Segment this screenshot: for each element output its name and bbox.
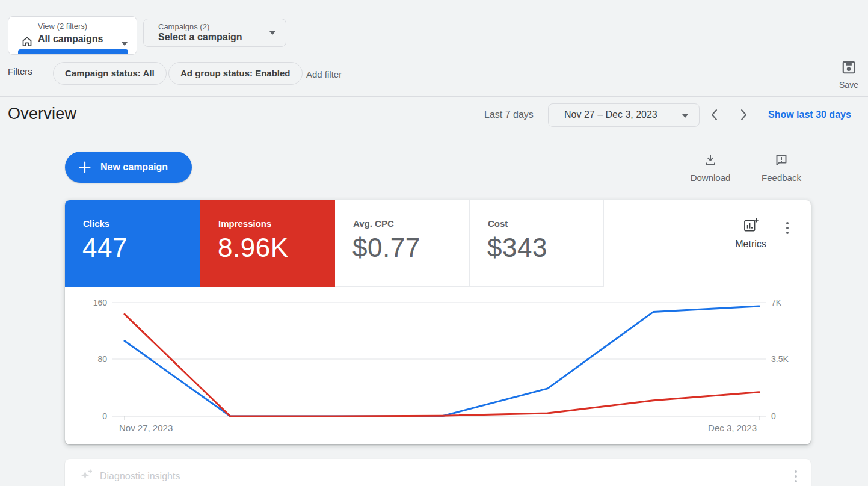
chevron-left-icon [712, 110, 716, 120]
metrics-label: Metrics [729, 239, 772, 250]
plus-icon [78, 161, 91, 174]
scorecard-label: Impressions [218, 218, 271, 229]
scorecard-value: $343 [487, 233, 547, 263]
view-selector[interactable]: View (2 filters) All campaigns [8, 16, 137, 55]
chart-line-impressions [125, 314, 759, 416]
date-range-label: Last 7 days [484, 109, 534, 120]
date-range-picker[interactable]: Nov 27 – Dec 3, 2023 [548, 103, 700, 127]
google-ads-overview-page: { "header": { "view_selector": { "label"… [0, 0, 868, 486]
filter-chip-label: Ad group status: Enabled [180, 68, 291, 78]
feedback-label: Feedback [758, 173, 805, 183]
home-icon [21, 35, 33, 50]
scorecard-value: 8.96K [218, 233, 288, 263]
filter-chip-campaign-status[interactable]: Campaign status: All [53, 62, 167, 85]
new-campaign-label: New campaign [100, 162, 168, 173]
kebab-menu-icon [795, 470, 797, 473]
filters-label: Filters [8, 66, 32, 76]
view-active-indicator [18, 49, 128, 54]
scorecard-label: Avg. CPC [353, 218, 394, 229]
date-range-value: Nov 27 – Dec 3, 2023 [564, 109, 657, 120]
left-axis-tick: 0 [71, 411, 107, 421]
left-axis-tick: 160 [71, 298, 107, 307]
save-label: Save [833, 80, 865, 90]
download-label: Download [687, 173, 734, 183]
download-button[interactable]: Download [687, 153, 734, 183]
insights-card-title: Diagnostic insights [100, 471, 180, 482]
right-axis-tick: 0 [771, 411, 807, 421]
divider [0, 134, 868, 134]
new-campaign-button[interactable]: New campaign [65, 152, 192, 183]
next-period-button[interactable] [738, 108, 749, 122]
scorecard-clicks[interactable]: Clicks 447 [65, 200, 200, 287]
caret-down-icon [122, 42, 128, 46]
scorecard-value: $0.77 [352, 233, 420, 263]
sparkle-icon [78, 468, 94, 486]
card-overflow-menu[interactable] [783, 220, 792, 236]
view-selector-label: View (2 filters) [38, 22, 87, 31]
chevron-right-icon [742, 110, 746, 120]
campaign-selector[interactable]: Campaigns (2) Select a campaign [143, 19, 286, 47]
view-selector-value: All campaigns [38, 34, 103, 45]
overview-card: Clicks 447 Impressions 8.96K Avg. CPC $0… [65, 200, 811, 444]
right-axis-tick: 3.5K [771, 354, 807, 364]
campaign-selector-label: Campaigns (2) [158, 22, 209, 31]
left-axis-tick: 80 [71, 354, 107, 364]
scorecard-cost[interactable]: Cost $343 [470, 200, 604, 287]
metrics-button[interactable]: Metrics [729, 217, 772, 250]
x-axis-label-end: Dec 3, 2023 [708, 423, 757, 433]
show-last-30-days-link[interactable]: Show last 30 days [768, 109, 851, 120]
save-icon [841, 67, 857, 77]
scorecard-value: 447 [82, 233, 128, 263]
add-filter-button[interactable]: Add filter [306, 69, 342, 79]
save-button[interactable]: Save [833, 60, 865, 90]
metrics-icon [743, 224, 759, 234]
scorecard-label: Clicks [83, 218, 109, 229]
divider [0, 96, 868, 97]
insights-overflow-menu[interactable] [792, 469, 800, 484]
scorecard-avg-cpc[interactable]: Avg. CPC $0.77 [335, 200, 470, 287]
page-title: Overview [8, 105, 76, 123]
caret-down-icon [269, 31, 275, 35]
previous-period-button[interactable] [709, 108, 720, 122]
caret-down-icon [682, 114, 688, 118]
campaign-selector-value: Select a campaign [158, 32, 242, 43]
feedback-button[interactable]: Feedback [758, 153, 805, 183]
filter-chip-ad-group-status[interactable]: Ad group status: Enabled [168, 62, 303, 85]
filter-chip-label: Campaign status: All [65, 68, 155, 78]
scorecard-label: Cost [488, 218, 508, 229]
overview-chart: 160 80 0 7K 3.5K 0 Nov 27, 2023 Dec 3, 2… [65, 291, 811, 444]
right-axis-tick: 7K [771, 298, 807, 307]
diagnostic-insights-card[interactable]: Diagnostic insights [65, 459, 811, 486]
kebab-menu-icon [786, 222, 789, 224]
x-axis-label-start: Nov 27, 2023 [119, 423, 173, 433]
feedback-icon [774, 159, 789, 169]
download-icon [703, 159, 718, 169]
scorecard-impressions[interactable]: Impressions 8.96K [200, 200, 335, 287]
overview-chart-svg [65, 291, 811, 435]
